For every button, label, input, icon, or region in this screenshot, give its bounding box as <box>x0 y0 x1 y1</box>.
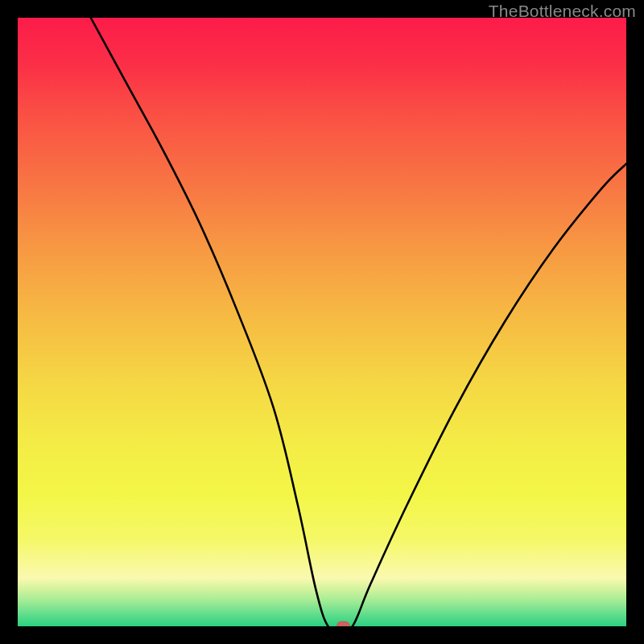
curve-layer <box>18 18 626 626</box>
bottleneck-curve <box>91 18 626 626</box>
plot-area <box>18 18 626 626</box>
watermark-text: TheBottleneck.com <box>489 2 636 21</box>
current-point-marker <box>336 621 349 626</box>
chart-frame: TheBottleneck.com <box>0 0 644 644</box>
